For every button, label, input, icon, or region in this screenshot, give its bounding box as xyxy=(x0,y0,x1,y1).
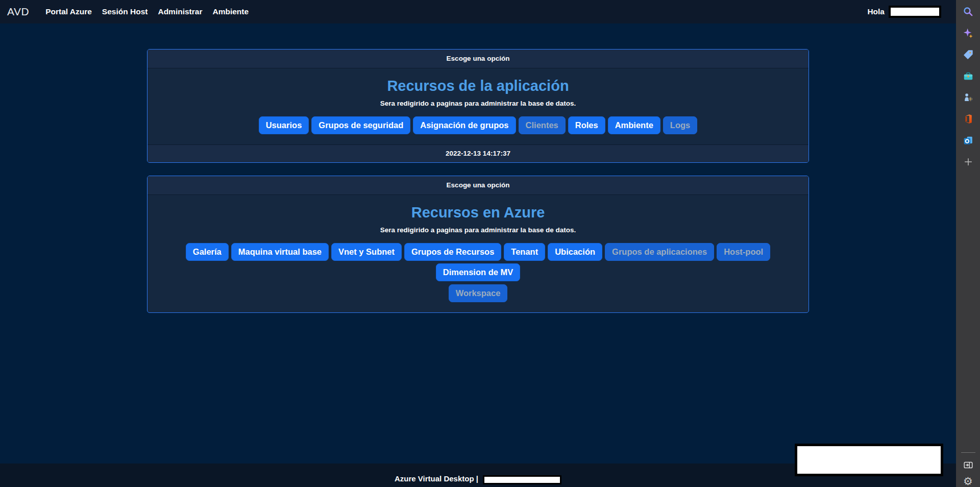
button-host-pool: Host-pool xyxy=(717,243,770,261)
footer-text: Azure Virtual Desktop | xyxy=(395,473,478,484)
card1-title: Recursos de la aplicación xyxy=(156,78,800,94)
settings-icon[interactable]: ⚙ xyxy=(963,476,974,487)
brand-avd[interactable]: AVD xyxy=(7,6,29,18)
card1-body: Recursos de la aplicación Sera redigirid… xyxy=(148,68,808,144)
card1-header: Escoge una opción xyxy=(148,50,808,68)
main-content: Escoge una opción Recursos de la aplicac… xyxy=(0,23,956,464)
card2-subtitle: Sera redigirido a paginas para administr… xyxy=(156,226,800,234)
button-grupos-de-seguridad[interactable]: Grupos de seguridad xyxy=(311,116,410,134)
sidebar-divider xyxy=(961,452,975,453)
button-ubicacion[interactable]: Ubicación xyxy=(548,243,602,261)
card-recursos-azure: Escoge una opción Recursos en Azure Sera… xyxy=(147,176,809,313)
redacted-footer-value xyxy=(483,475,561,484)
button-tenant[interactable]: Tenant xyxy=(504,243,545,261)
edge-sidebar: ⚙ xyxy=(956,0,980,487)
outlook-icon[interactable] xyxy=(963,135,974,146)
nav-item-sesion-host[interactable]: Sesión Host xyxy=(97,7,153,16)
collapse-sidebar-icon[interactable] xyxy=(963,459,974,471)
nav-menu: Portal Azure Sesión Host Administrar Amb… xyxy=(40,7,254,16)
redacted-overlay-box xyxy=(795,444,943,476)
add-icon[interactable] xyxy=(963,156,974,167)
card1-timestamp: 2022-12-13 14:17:37 xyxy=(148,144,808,162)
screen: AVD Portal Azure Sesión Host Administrar… xyxy=(0,0,980,487)
top-navbar: AVD Portal Azure Sesión Host Administrar… xyxy=(0,0,956,23)
nav-item-administrar[interactable]: Administrar xyxy=(153,7,207,16)
card1-button-row: Usuarios Grupos de seguridad Asignación … xyxy=(156,116,800,134)
button-roles[interactable]: Roles xyxy=(568,116,605,134)
greeting-label: Hola xyxy=(867,7,885,16)
card-recursos-aplicacion: Escoge una opción Recursos de la aplicac… xyxy=(147,49,809,163)
copilot-icon[interactable] xyxy=(963,28,974,39)
cards-container: Escoge una opción Recursos de la aplicac… xyxy=(147,49,809,313)
button-asignacion-de-grupos[interactable]: Asignación de grupos xyxy=(413,116,516,134)
card2-body: Recursos en Azure Sera redigirido a pagi… xyxy=(148,195,808,312)
button-usuarios[interactable]: Usuarios xyxy=(259,116,309,134)
button-workspace: Workspace xyxy=(449,284,508,302)
games-icon[interactable] xyxy=(963,92,974,103)
button-grupos-de-aplicaciones: Grupos de aplicaciones xyxy=(605,243,714,261)
card1-subtitle: Sera redigirido a paginas para administr… xyxy=(156,100,800,107)
button-dimension-de-mv[interactable]: Dimension de MV xyxy=(436,263,521,281)
button-logs: Logs xyxy=(663,116,697,134)
card2-button-row1: Galería Maquina virtual base Vnet y Subn… xyxy=(156,243,800,281)
search-icon[interactable] xyxy=(963,6,974,17)
button-maquina-virtual-base[interactable]: Maquina virtual base xyxy=(231,243,329,261)
card2-button-row2: Workspace xyxy=(156,284,800,302)
nav-item-ambiente[interactable]: Ambiente xyxy=(207,7,254,16)
sidebar-bottom-group: ⚙ xyxy=(961,452,975,487)
toolbox-icon[interactable] xyxy=(963,70,974,82)
card2-header: Escoge una opción xyxy=(148,176,808,195)
button-clientes: Clientes xyxy=(519,116,566,134)
nav-item-portal-azure[interactable]: Portal Azure xyxy=(40,7,97,16)
card2-title: Recursos en Azure xyxy=(156,204,800,221)
button-galeria[interactable]: Galería xyxy=(186,243,229,261)
browser-page: AVD Portal Azure Sesión Host Administrar… xyxy=(0,0,956,487)
button-vnet-y-subnet[interactable]: Vnet y Subnet xyxy=(331,243,402,261)
navbar-user-area: Hola xyxy=(867,6,941,18)
button-grupos-de-recursos[interactable]: Grupos de Recursos xyxy=(404,243,501,261)
redacted-username xyxy=(889,6,941,18)
office-icon[interactable] xyxy=(963,113,974,125)
button-ambiente[interactable]: Ambiente xyxy=(608,116,660,134)
shopping-icon[interactable] xyxy=(963,49,974,60)
